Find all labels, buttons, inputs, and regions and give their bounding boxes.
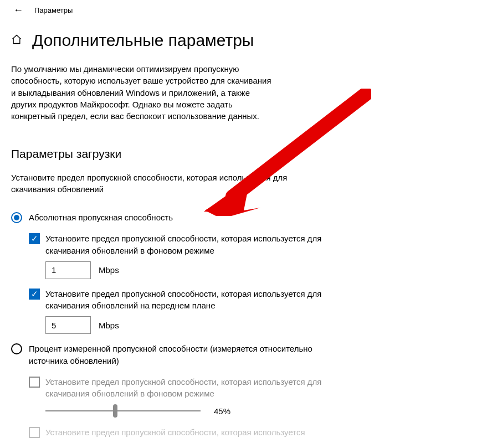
- radio-percent-label: Процент измеренной пропускной способност…: [29, 343, 343, 367]
- check-pct-bg-label: Установите предел пропускной способности…: [45, 376, 322, 400]
- app-title: Параметры: [34, 6, 73, 14]
- slider-track: [45, 410, 201, 411]
- check-pct-fg: Установите предел пропускной способности…: [29, 426, 343, 439]
- unit-label: Mbps: [99, 321, 119, 330]
- slider-thumb: [113, 404, 117, 418]
- download-section-title: Параметры загрузки: [11, 147, 343, 161]
- download-section-sub: Установите предел пропускной способности…: [11, 172, 321, 195]
- intro-text: По умолчанию мы динамически оптимизируем…: [11, 63, 271, 122]
- radio-icon: [11, 212, 22, 223]
- radio-icon: [11, 343, 22, 354]
- check-pct-fg-label: Установите предел пропускной способности…: [45, 426, 305, 439]
- radio-absolute-label: Абсолютная пропускная способность: [29, 212, 173, 224]
- home-icon[interactable]: [11, 34, 22, 48]
- check-abs-bg[interactable]: ✓ Установите предел пропускной способнос…: [29, 233, 343, 257]
- slider-pct-bg-value: 45%: [214, 406, 230, 416]
- checkbox-icon: [29, 377, 40, 388]
- unit-label: Mbps: [99, 265, 119, 275]
- slider-pct-bg: [45, 404, 201, 418]
- back-button[interactable]: ←: [10, 3, 27, 17]
- page-title: Дополнительные параметры: [32, 31, 254, 50]
- check-abs-fg-label: Установите предел пропускной способности…: [45, 288, 322, 312]
- checkbox-icon: ✓: [29, 289, 40, 300]
- check-pct-bg: Установите предел пропускной способности…: [29, 376, 343, 400]
- radio-absolute[interactable]: Абсолютная пропускная способность: [11, 212, 343, 224]
- input-abs-bg[interactable]: [45, 261, 91, 279]
- checkbox-icon: ✓: [29, 233, 40, 244]
- radio-percent[interactable]: Процент измеренной пропускной способност…: [11, 343, 343, 367]
- checkbox-icon: [29, 427, 40, 438]
- input-abs-fg[interactable]: [45, 316, 91, 334]
- check-abs-bg-label: Установите предел пропускной способности…: [45, 233, 322, 257]
- check-abs-fg[interactable]: ✓ Установите предел пропускной способнос…: [29, 288, 343, 312]
